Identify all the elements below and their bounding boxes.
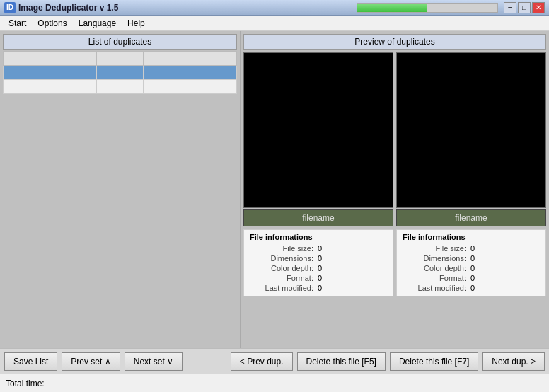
progress-bar [357,3,498,13]
file-info-title-left: File informations [250,233,387,241]
col-header-2 [50,52,97,66]
preview-pane-left: filename File informations File size: 0 … [243,52,393,296]
close-button[interactable]: ✕ [532,2,545,13]
label-colordepth-left: Color depth: [250,264,313,272]
preview-images: filename File informations File size: 0 … [243,52,546,296]
label-format-right: Format: [403,274,466,282]
preview-filename-left: filename [243,209,393,226]
title-bar: ID Image Deduplicator v 1.5 − □ ✕ [0,0,549,16]
label-dimensions-left: Dimensions: [250,254,313,263]
col-header-4 [144,52,190,66]
file-info-row: Dimensions: 0 [403,253,540,263]
bottom-toolbar: Save List Prev set ∧ Next set ∨ < Prev d… [0,348,549,374]
col-header-3 [97,52,144,66]
file-info-row: Format: 0 [250,273,387,283]
table-header-row [4,52,237,66]
menu-options[interactable]: Options [32,17,72,30]
app-icon: ID [4,2,16,13]
table-cell [4,80,50,94]
file-info-row: Last modified: 0 [403,283,540,293]
file-info-row: Dimensions: 0 [250,253,387,263]
value-filesize-left: 0 [313,244,387,253]
table-cell [97,66,144,80]
minimize-button[interactable]: − [504,2,516,13]
table-cell [50,66,97,80]
progress-bar-fill [357,4,427,12]
table-cell [97,80,144,94]
table-cell [50,80,97,94]
file-info-row: File size: 0 [403,243,540,253]
col-header-1 [4,52,50,66]
table-row[interactable] [4,80,237,94]
file-info-row: Color depth: 0 [403,263,540,273]
main-content: List of duplicates [0,31,549,348]
delete-f5-button[interactable]: Delete this file [F5] [297,352,386,371]
maximize-button[interactable]: □ [518,2,531,13]
status-bar: Total time: [0,374,549,392]
label-lastmod-left: Last modified: [250,284,313,292]
file-info-row: Last modified: 0 [250,283,387,293]
duplicates-header: List of duplicates [3,34,237,50]
menu-language[interactable]: Language [73,17,122,30]
label-format-left: Format: [250,274,313,282]
prev-set-button[interactable]: Prev set ∧ [62,352,120,371]
table-cell [190,80,237,94]
left-panel: List of duplicates [0,31,241,348]
delete-f7-button[interactable]: Delete this file [F7] [390,352,478,371]
next-dup-button[interactable]: Next dup. > [482,352,545,371]
file-info-left: File informations File size: 0 Dimension… [243,229,393,296]
table-cell [4,66,50,80]
value-format-left: 0 [313,274,387,282]
table-row[interactable] [4,66,237,80]
title-buttons: − □ ✕ [504,2,545,13]
file-info-right: File informations File size: 0 Dimension… [396,229,546,296]
table-cell [190,66,237,80]
right-panel: Preview of duplicates filename File info… [241,31,549,348]
value-dimensions-right: 0 [466,254,540,263]
value-format-right: 0 [466,274,540,282]
file-info-row: File size: 0 [250,243,387,253]
col-header-5 [190,52,237,66]
table-cell [144,66,190,80]
value-lastmod-right: 0 [466,284,540,292]
preview-header: Preview of duplicates [243,34,546,50]
file-info-row: Format: 0 [403,273,540,283]
value-lastmod-left: 0 [313,284,387,292]
preview-image-right [396,52,546,208]
value-colordepth-right: 0 [466,264,540,272]
file-info-title-right: File informations [403,233,540,241]
label-dimensions-right: Dimensions: [403,254,466,263]
value-dimensions-left: 0 [313,254,387,263]
menu-bar: Start Options Language Help [0,16,549,31]
total-time-label: Total time: [6,379,45,388]
menu-help[interactable]: Help [122,17,151,30]
label-colordepth-right: Color depth: [403,264,466,272]
prev-dup-button[interactable]: < Prev dup. [231,352,293,371]
preview-image-left [243,52,393,208]
next-set-button[interactable]: Next set ∨ [125,352,183,371]
label-filesize-left: File size: [250,244,313,253]
menu-start[interactable]: Start [3,17,32,30]
save-list-button[interactable]: Save List [4,352,57,371]
table-cell [144,80,190,94]
title-text: Image Deduplicator v 1.5 [18,3,357,13]
preview-pane-right: filename File informations File size: 0 … [396,52,546,296]
preview-filename-right: filename [396,209,546,226]
duplicates-table [3,51,237,94]
label-lastmod-right: Last modified: [403,284,466,292]
value-filesize-right: 0 [466,244,540,253]
value-colordepth-left: 0 [313,264,387,272]
file-info-row: Color depth: 0 [250,263,387,273]
label-filesize-right: File size: [403,244,466,253]
